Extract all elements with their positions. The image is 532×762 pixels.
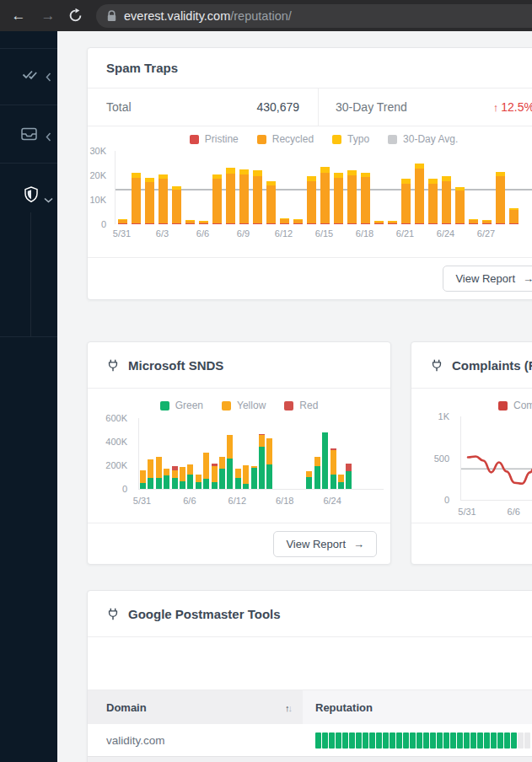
sidebar-expand-validation[interactable] — [46, 70, 51, 85]
bar-6/25[interactable] — [455, 187, 465, 224]
bar-6/8[interactable] — [203, 453, 209, 489]
bar-6/12[interactable] — [235, 469, 241, 489]
bar-6/4[interactable] — [172, 186, 181, 224]
domain-column-header[interactable]: Domain ↑↓ — [88, 690, 303, 725]
legend-item[interactable]: Red — [284, 400, 318, 411]
legend-item[interactable]: Recycled — [257, 133, 314, 145]
bar-6/18[interactable] — [361, 173, 370, 224]
table-row[interactable]: validity.com — [88, 724, 532, 756]
bar-6/22[interactable] — [415, 164, 424, 224]
legend-item[interactable]: Yellow — [222, 400, 266, 411]
bar-6/21[interactable] — [306, 471, 312, 489]
bar-6/20[interactable] — [388, 221, 397, 224]
bar-6/25[interactable] — [338, 475, 344, 489]
bar-6/21[interactable] — [401, 179, 411, 224]
bar-6/6[interactable] — [199, 221, 208, 224]
bar-6/11[interactable] — [266, 181, 276, 224]
bar-6/24[interactable] — [442, 176, 451, 224]
view-report-button[interactable]: View Report→ — [443, 266, 532, 292]
reload-icon — [68, 8, 83, 23]
x-tick: 6/24 — [437, 228, 454, 239]
spam-traps-chart — [115, 151, 532, 224]
complaints-series[interactable] — [468, 457, 532, 484]
sidebar-item-reputation[interactable] — [24, 186, 39, 207]
forward-button[interactable]: → — [38, 0, 58, 31]
bar-6/29[interactable] — [509, 208, 519, 224]
bar-6/13[interactable] — [293, 219, 303, 224]
bar-6/26[interactable] — [469, 219, 478, 224]
bar-segment-recycled — [212, 179, 222, 223]
sidebar-item-inbox[interactable] — [21, 127, 37, 144]
bar-6/6[interactable] — [187, 464, 193, 489]
sidebar-collapse-reputation[interactable] — [44, 191, 53, 207]
bar-6/22[interactable] — [314, 457, 320, 489]
bar-6/10[interactable] — [219, 457, 225, 490]
bar-6/28[interactable] — [496, 172, 505, 224]
bar-6/14[interactable] — [251, 466, 257, 489]
bar-segment-green — [212, 482, 218, 489]
legend-label: Recycled — [272, 133, 314, 145]
legend-item[interactable]: Green — [160, 400, 203, 411]
table-header: Domain ↑↓ Reputation — [88, 690, 532, 726]
bar-segment-pristine — [334, 223, 343, 224]
bar-6/2[interactable] — [145, 178, 154, 224]
reputation-segment-good — [491, 732, 497, 749]
sidebar-expand-inbox[interactable] — [46, 130, 51, 145]
reputation-column-header[interactable]: Reputation — [303, 690, 532, 725]
bar-6/23[interactable] — [322, 432, 328, 489]
bar-6/14[interactable] — [307, 176, 316, 224]
reload-button[interactable] — [68, 8, 83, 23]
bar-6/11[interactable] — [227, 435, 233, 489]
bar-5/31[interactable] — [118, 219, 127, 224]
bar-6/8[interactable] — [226, 168, 235, 224]
bar-segment-typo — [226, 168, 235, 174]
bar-6/3[interactable] — [164, 469, 169, 489]
bar-6/13[interactable] — [243, 465, 249, 489]
bar-6/10[interactable] — [253, 170, 262, 224]
bar-6/3[interactable] — [159, 174, 168, 224]
bar-6/5[interactable] — [185, 220, 195, 224]
bar-6/16[interactable] — [266, 438, 272, 489]
bar-segment-recycled — [132, 178, 141, 223]
bar-segment-green — [172, 478, 178, 489]
bar-6/2[interactable] — [156, 457, 162, 489]
sidebar-item-validation[interactable] — [22, 68, 37, 83]
bar-6/7[interactable] — [212, 174, 222, 224]
bar-6/27[interactable] — [482, 220, 492, 224]
bar-6/17[interactable] — [347, 170, 357, 224]
bar-6/1[interactable] — [148, 459, 153, 489]
bar-5/31[interactable] — [140, 470, 146, 489]
bar-segment-yellow — [306, 471, 312, 477]
bar-6/15[interactable] — [320, 167, 330, 224]
bar-segment-recycled — [401, 184, 411, 223]
legend-item[interactable]: Typo — [332, 133, 369, 145]
bar-6/5[interactable] — [180, 467, 185, 489]
bar-6/24[interactable] — [330, 448, 336, 489]
bar-segment-yellow — [156, 457, 162, 478]
bar-6/9[interactable] — [239, 169, 249, 224]
bar-6/19[interactable] — [374, 221, 384, 224]
complaints-line — [461, 416, 532, 500]
legend-item[interactable]: 30-Day Avg. — [388, 133, 458, 145]
bar-6/4[interactable] — [172, 466, 178, 489]
stats-row: Total 430,679 30-Day Trend ↑12.5% — [88, 89, 532, 126]
bar-6/23[interactable] — [428, 179, 438, 224]
bar-6/1[interactable] — [132, 173, 141, 224]
bar-6/26[interactable] — [346, 464, 352, 489]
address-bar[interactable]: everest.validity.com/reputation/ — [96, 4, 532, 28]
bar-segment-yellow — [148, 459, 153, 478]
bar-6/15[interactable] — [259, 434, 265, 489]
sort-icon[interactable]: ↑↓ — [285, 703, 291, 713]
bar-6/12[interactable] — [280, 218, 289, 224]
legend-item[interactable]: Pristine — [190, 133, 239, 145]
view-report-button[interactable]: View Report→ — [273, 531, 377, 557]
bar-segment-yellow — [164, 469, 169, 475]
x-tick: 6/15 — [315, 228, 333, 239]
legend-item[interactable]: Comp — [498, 400, 532, 411]
bar-segment-pristine — [159, 223, 168, 224]
bar-6/7[interactable] — [196, 475, 202, 489]
bar-6/9[interactable] — [212, 464, 218, 489]
chart-legend: PristineRecycledTypo30-Day Avg. — [88, 132, 532, 146]
bar-6/16[interactable] — [334, 173, 343, 224]
back-button[interactable]: ← — [8, 0, 29, 31]
